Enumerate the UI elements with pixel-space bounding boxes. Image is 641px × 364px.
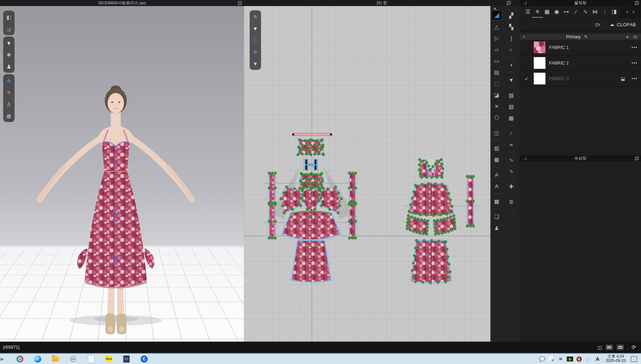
fabric-row[interactable]: FABRIC 2••• (520, 55, 641, 71)
folder-icon[interactable]: 🗀 (633, 34, 637, 39)
pattern-pieces[interactable] (244, 0, 491, 342)
tab-fabric-icon[interactable]: ❖ (533, 7, 542, 16)
free-sewing-tool[interactable]: ▚ (506, 22, 516, 31)
select-garment-tool[interactable]: ▼ (506, 75, 516, 84)
clofab-brand[interactable]: ☁ CLOFAB (610, 22, 636, 27)
avatar-3d[interactable] (0, 0, 244, 342)
transform-pattern-tool[interactable] (492, 11, 502, 20)
badge-3d[interactable]: 3D (605, 344, 613, 350)
viewport-2d[interactable]: 2D 창 (244, 0, 520, 342)
fabric-row[interactable]: FABRIC 1••• (520, 40, 641, 55)
clock[interactable]: 오후 4:24 2025-09-23 (606, 354, 626, 364)
rectangle-tool[interactable]: ⬚ (492, 79, 502, 88)
edit-pattern-tool[interactable]: △ (492, 22, 502, 31)
globe-wireframe-icon[interactable]: ◍ (4, 111, 13, 120)
nvidia-icon[interactable]: ◉ (566, 355, 574, 363)
fold-arrangement-tool[interactable]: ◫ (492, 128, 502, 137)
text-tool[interactable]: A (492, 181, 502, 191)
tab-texture-icon[interactable]: ▦ (542, 7, 552, 16)
fabric-menu-icon[interactable]: ••• (631, 45, 637, 50)
tab-buttonhole-icon[interactable]: ⊶ (561, 7, 571, 16)
fabric-menu-icon[interactable]: ••• (631, 60, 637, 66)
needle-edit-icon[interactable]: ✎ (251, 12, 260, 21)
cascade-windows-icon[interactable] (635, 1, 639, 5)
kakaotalk-icon[interactable]: TALK (104, 355, 113, 363)
ruler-tool[interactable]: ▦ (492, 155, 502, 164)
mannequin-head-icon[interactable]: ♙ (4, 99, 13, 109)
basting-tool[interactable]: ≍ (506, 140, 516, 149)
edit-text-tool[interactable]: A (492, 170, 502, 179)
notification-center-icon[interactable] (630, 355, 637, 363)
trash-icon[interactable]: ⬓ (621, 76, 625, 81)
iron-tool[interactable]: ◗ (506, 60, 516, 69)
fabric-menu-icon[interactable]: ••• (631, 76, 637, 81)
info-icon[interactable]: ⓘ (251, 35, 260, 45)
adjust-grain-tool[interactable]: ▧ (506, 102, 516, 111)
calculator-icon[interactable]: ⣿⣿ (122, 355, 131, 363)
dart-tool[interactable]: ◪ (492, 90, 502, 99)
tab-button-icon[interactable]: ◉ (552, 7, 561, 16)
satellite-tray-icon[interactable]: ☄ (585, 355, 592, 363)
stitch-dash-tool[interactable]: ⁄ (506, 128, 516, 138)
split-view-icon[interactable]: ◫ (597, 345, 602, 350)
collapse-panel-icon[interactable]: →| (522, 1, 526, 5)
segment-sewing-tool[interactable]: ▞ (506, 11, 516, 20)
fabric-row[interactable]: ✔FABRIC 3⬓••• (520, 71, 641, 87)
notepad-icon[interactable] (87, 355, 95, 363)
cascade-windows-icon[interactable] (507, 1, 511, 5)
clo-app-icon[interactable]: C (140, 355, 148, 363)
tab-bow-icon[interactable]: ⋈ (590, 7, 600, 16)
down-padding-tool[interactable]: ≣ (506, 197, 516, 206)
pin-garment-icon[interactable]: ✱ (4, 50, 13, 59)
fabric-thumbnail[interactable] (534, 42, 545, 53)
garment-fit-dim-icon[interactable]: ◪ (4, 24, 13, 33)
trace-tool[interactable]: ⎔ (492, 113, 502, 122)
edit-section-icon[interactable]: ✎ (584, 34, 588, 39)
pleats-tool[interactable]: ▩ (492, 197, 502, 206)
volume-muted-icon[interactable]: 🔇 (576, 355, 583, 363)
show-avatar-icon[interactable]: ♟ (4, 62, 13, 71)
tab-puckering-icon[interactable]: ∿ (581, 7, 590, 16)
show-garment-icon[interactable]: ▼ (4, 38, 13, 48)
chrome-icon[interactable] (16, 355, 24, 363)
layer-clone-tool[interactable]: ❏ (492, 212, 502, 221)
tab-scroll-right-icon[interactable]: ▸ (633, 10, 635, 14)
file-explorer-icon[interactable] (51, 355, 60, 363)
merge-pattern-tool[interactable]: ✚ (506, 182, 516, 191)
collapse-panel-icon[interactable]: →| (522, 157, 526, 160)
primary-section-bar[interactable]: ▾ Primary ✎ + 🗀 (520, 34, 641, 40)
badge-2d[interactable]: 2D (616, 344, 624, 350)
elastic-horizontal-tool[interactable]: ∿ (506, 166, 516, 176)
clone-as-pattern-tool[interactable]: ♟ (492, 223, 502, 232)
tab-zipper-icon[interactable]: ⫶ (600, 7, 609, 16)
inspect-sewing-tool[interactable]: ⌕ (506, 45, 516, 54)
polygon-pattern-tool[interactable]: ▭ (492, 56, 502, 65)
security-shield-icon[interactable] (548, 355, 555, 363)
snipping-tool-icon[interactable]: ✂ (69, 355, 77, 363)
view-cube-icon[interactable]: ◧ (4, 12, 13, 22)
add-fabric-file-icon[interactable]: 🗀+ (593, 20, 602, 29)
add-point-tool[interactable]: ▱ (492, 45, 502, 54)
edit-curvature-tool[interactable]: ▷ (492, 33, 502, 43)
edit-texture-tool[interactable]: ▨ (506, 90, 516, 100)
refresh-icon[interactable]: ⟳ (631, 344, 636, 351)
wifi-icon[interactable]: ≋ (557, 355, 564, 363)
tab-topstitch-icon[interactable]: ⁄ (571, 7, 581, 16)
lock-pattern-icon[interactable]: ▼ (251, 59, 260, 68)
cross-guide-tool[interactable]: ✕ (492, 101, 502, 111)
add-fabric-icon[interactable]: + (626, 34, 629, 40)
chevron-down-icon[interactable]: ▾ (523, 35, 525, 39)
pinned-app-partial-icon[interactable]: ⫦ (0, 355, 6, 363)
edge-icon[interactable] (33, 355, 42, 363)
fabric-thumbnail[interactable] (534, 73, 545, 84)
tab-list-icon[interactable]: ☰ (523, 7, 533, 16)
shirring-vest-tool[interactable]: ▤ (492, 67, 502, 77)
fabric-back-icon[interactable]: ❖ (4, 88, 13, 97)
show-pattern-icon[interactable]: ▼ (251, 24, 260, 33)
elastic-vertical-tool[interactable]: ∿ (506, 155, 516, 164)
fabric-thumbnail[interactable] (534, 57, 545, 69)
ime-korean-icon[interactable]: A (594, 355, 601, 363)
cascade-windows-icon[interactable] (635, 156, 639, 160)
tab-scroll-left-icon[interactable]: ◂ (626, 10, 628, 14)
grainline-tool[interactable]: ▦ (506, 113, 516, 122)
